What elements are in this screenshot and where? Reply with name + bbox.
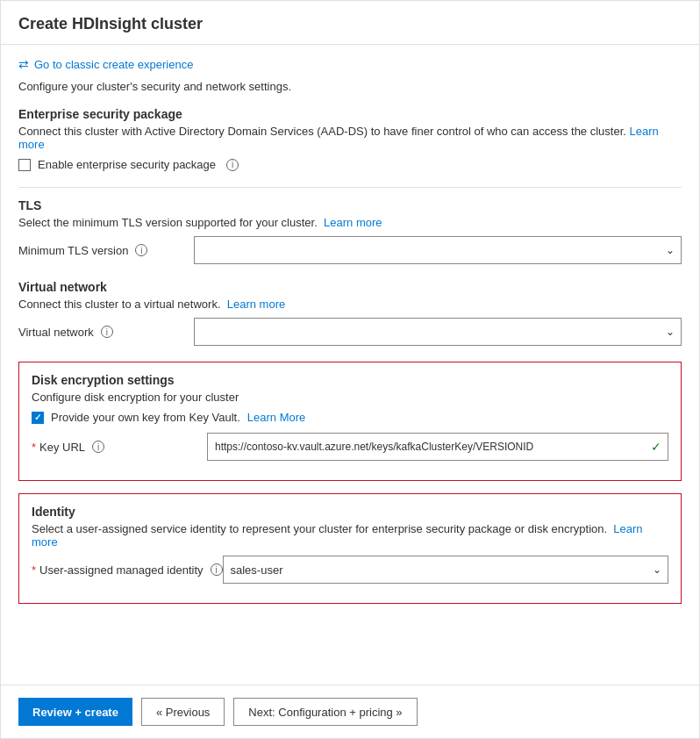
tls-select-wrapper: ⌄ [194, 236, 682, 264]
enterprise-security-checkbox-row: Enable enterprise security package i [18, 158, 682, 171]
enterprise-security-title: Enterprise security package [18, 107, 682, 121]
identity-select[interactable]: sales-user [223, 556, 669, 584]
disk-encryption-desc: Configure disk encryption for your clust… [32, 391, 668, 404]
disk-encryption-learn-more[interactable]: Learn More [247, 411, 305, 424]
key-url-label: * Key URL i [32, 441, 207, 454]
virtual-network-field-row: Virtual network i ⌄ [18, 318, 682, 346]
review-create-button[interactable]: Review + create [18, 698, 132, 726]
tls-desc: Select the minimum TLS version supported… [18, 216, 682, 229]
enterprise-security-checkbox-label: Enable enterprise security package [38, 158, 216, 171]
tls-title: TLS [18, 198, 682, 212]
identity-section: Identity Select a user-assigned service … [18, 493, 682, 604]
key-url-field-wrapper: ✓ [207, 433, 668, 461]
refresh-icon: ⇄ [18, 57, 29, 71]
page-subtitle: Configure your cluster's security and ne… [18, 80, 682, 93]
identity-select-wrapper: sales-user ⌄ [223, 556, 669, 584]
virtual-network-learn-more[interactable]: Learn more [227, 298, 285, 311]
divider-1 [18, 187, 682, 188]
tls-label: Minimum TLS version i [18, 244, 194, 257]
enterprise-security-section: Enterprise security package Connect this… [18, 107, 682, 171]
virtual-network-section: Virtual network Connect this cluster to … [18, 280, 682, 346]
tls-version-select[interactable] [194, 236, 682, 264]
disk-encryption-section: Disk encryption settings Configure disk … [18, 362, 682, 481]
page-title: Create HDInsight cluster [18, 15, 682, 33]
virtual-network-desc: Connect this cluster to a virtual networ… [18, 298, 682, 311]
identity-field-label: * User-assigned managed identity i [32, 563, 223, 577]
identity-info-icon[interactable]: i [211, 563, 223, 576]
next-button[interactable]: Next: Configuration + pricing » [233, 698, 417, 726]
enterprise-security-desc: Connect this cluster with Active Directo… [18, 125, 682, 151]
virtual-network-label: Virtual network i [18, 326, 194, 339]
virtual-network-info-icon[interactable]: i [101, 326, 113, 338]
identity-title: Identity [32, 505, 668, 519]
virtual-network-select[interactable] [194, 318, 682, 346]
disk-encryption-checkbox[interactable] [32, 412, 44, 424]
identity-required-marker: * [32, 563, 36, 577]
key-url-required-marker: * [32, 441, 36, 454]
key-url-info-icon[interactable]: i [92, 441, 104, 453]
key-url-input[interactable] [207, 433, 668, 461]
virtual-network-select-wrapper: ⌄ [194, 318, 682, 346]
classic-experience-link[interactable]: ⇄ Go to classic create experience [18, 57, 682, 71]
identity-field-row: * User-assigned managed identity i sales… [32, 556, 668, 584]
tls-section: TLS Select the minimum TLS version suppo… [18, 198, 682, 264]
key-url-field-row: * Key URL i ✓ [32, 433, 668, 461]
virtual-network-title: Virtual network [18, 280, 682, 294]
tls-info-icon[interactable]: i [135, 244, 147, 256]
tls-learn-more[interactable]: Learn more [324, 216, 382, 229]
footer: Review + create « Previous Next: Configu… [1, 685, 699, 738]
previous-button[interactable]: « Previous [141, 698, 225, 726]
disk-encryption-checkbox-row: Provide your own key from Key Vault. Lea… [32, 411, 668, 424]
disk-encryption-checkbox-label: Provide your own key from Key Vault. [51, 411, 240, 424]
identity-desc: Select a user-assigned service identity … [32, 522, 668, 549]
enterprise-security-info-icon[interactable]: i [226, 159, 239, 171]
disk-encryption-title: Disk encryption settings [32, 373, 668, 387]
enterprise-security-checkbox[interactable] [18, 159, 31, 171]
tls-field-row: Minimum TLS version i ⌄ [18, 236, 682, 264]
